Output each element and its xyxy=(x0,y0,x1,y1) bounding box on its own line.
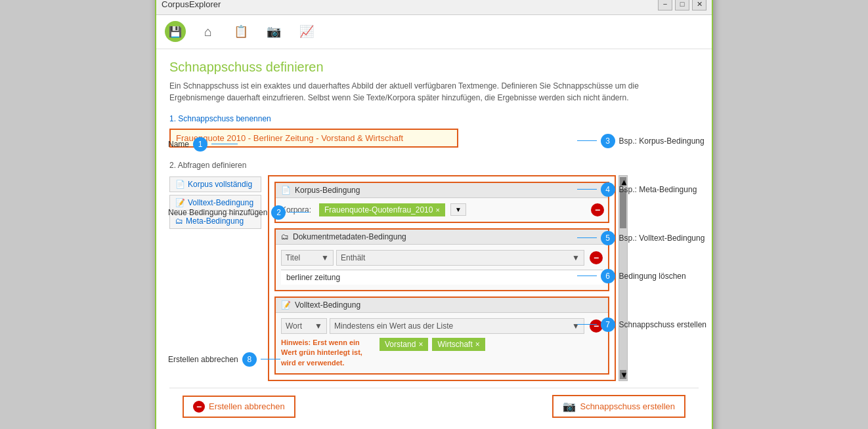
volltext-op-value: Mindestens ein Wert aus der Liste xyxy=(334,321,453,331)
meta-block-title: Dokumentmetadaten-Bedingung xyxy=(293,232,406,241)
volltext-tags-area: Vorstand × Wirtschaft × xyxy=(380,338,485,351)
volltext-tags-row: Hinweis: Erst wenn ein Wert grün hinterl… xyxy=(281,338,603,368)
cancel-label: Erstellen abbrechen xyxy=(209,401,285,411)
close-button[interactable]: ✕ xyxy=(692,0,706,10)
meta-value-field[interactable]: berliner zeitung xyxy=(281,270,603,285)
korpus-tag[interactable]: Frauenquote-Quotenfrau_2010 × xyxy=(319,203,445,216)
left-ann-cancel-label: Erstellen abbrechen xyxy=(168,355,238,364)
right-annotations: 3 Bsp.: Korpus-Bedingung 4 Bsp.: Meta-Be… xyxy=(577,134,706,332)
home-icon: ⌂ xyxy=(204,24,212,39)
right-ann-5-line xyxy=(577,237,597,238)
left-ann-cancel: Erstellen abbrechen 8 xyxy=(168,352,309,367)
right-ann-7-label: Schnappschuss erstellen xyxy=(619,320,706,329)
right-ann-5-label: Bsp.: Volltext-Bedingung xyxy=(619,234,705,243)
volltext-tag-0[interactable]: Vorstand × xyxy=(380,338,428,351)
left-ann-new-cond-badge: 2 xyxy=(271,205,286,220)
left-ann-new-cond-label: Neue Bedingung hinzufügen xyxy=(168,208,267,217)
volltext-tag-1-label: Wirtschaft xyxy=(437,340,472,349)
volltext-tag-0-label: Vorstand xyxy=(385,340,416,349)
left-ann-name-label: Name xyxy=(168,140,189,149)
right-ann-6-badge: 6 xyxy=(601,269,615,283)
right-ann-3-badge: 3 xyxy=(601,134,615,148)
step1-header: 1. Schnappschuss benennen xyxy=(169,113,699,125)
maximize-button[interactable]: □ xyxy=(675,0,689,10)
left-ann-new-cond-line xyxy=(290,212,309,213)
page-title: Schnappschuss definieren xyxy=(169,60,699,75)
korpus-tag-remove[interactable]: × xyxy=(435,206,439,214)
volltext-tag-1[interactable]: Wirtschaft × xyxy=(432,338,485,351)
left-ann-cancel-line xyxy=(261,359,280,359)
volltext-tag-0-x[interactable]: × xyxy=(418,340,423,349)
meta-field-arrow: ▼ xyxy=(321,253,329,262)
korpus-block-body: Korpora: Frauenquote-Quotenfrau_2010 × ▼… xyxy=(276,198,608,222)
korpus-condition-block: 📄 Korpus-Bedingung Korpora: Frauenquote-… xyxy=(274,182,609,223)
left-ann-name: Name 1 xyxy=(168,137,309,152)
meta-fields-row: Titel ▼ Enthält ▼ − xyxy=(281,250,603,266)
page-description: Ein Schnappschuss ist ein exaktes und da… xyxy=(169,80,699,104)
meta-block-body: Titel ▼ Enthält ▼ − berliner zeitung xyxy=(276,245,608,290)
document-icon: 📋 xyxy=(234,24,248,39)
left-ann-name-badge: 1 xyxy=(193,137,207,152)
right-ann-4-badge: 4 xyxy=(601,182,615,197)
scrollbar-down[interactable]: ▼ xyxy=(620,370,626,379)
toolbar: 💾 ⌂ 📋 📷 📈 xyxy=(156,15,712,49)
right-ann-4-label: Bsp.: Meta-Bedingung xyxy=(619,185,697,194)
chart-toolbar-button[interactable]: 📈 xyxy=(295,20,318,43)
create-camera-icon: 📷 xyxy=(563,400,576,413)
right-ann-3-label: Bsp.: Korpus-Bedingung xyxy=(619,136,705,146)
chart-icon: 📈 xyxy=(299,24,314,39)
right-ann-6: 6 Bedingung löschen xyxy=(577,269,706,283)
home-toolbar-button[interactable]: ⌂ xyxy=(197,20,219,43)
right-ann-3: 3 Bsp.: Korpus-Bedingung xyxy=(577,134,706,148)
right-ann-7-badge: 7 xyxy=(601,317,615,332)
left-ann-name-line xyxy=(211,144,238,144)
right-ann-5: 5 Bsp.: Volltext-Bedingung xyxy=(577,231,706,245)
camera-toolbar-button[interactable]: 📷 xyxy=(263,20,285,43)
conditions-panel: 📄 Korpus-Bedingung Korpora: Frauenquote-… xyxy=(268,175,616,381)
camera-icon: 📷 xyxy=(267,24,281,39)
window-controls: − □ ✕ xyxy=(658,0,706,10)
korpus-tag-label: Frauenquote-Quotenfrau_2010 xyxy=(324,205,433,214)
right-ann-7: 7 Schnappschuss erstellen xyxy=(577,317,706,332)
left-ann-cancel-badge: 8 xyxy=(242,352,257,367)
disk-icon: 💾 xyxy=(165,21,186,42)
save-toolbar-button[interactable]: 💾 xyxy=(164,20,186,43)
korpus-dropdown[interactable]: ▼ xyxy=(450,203,466,216)
right-ann-5-badge: 5 xyxy=(601,231,615,245)
korpus-block-header: 📄 Korpus-Bedingung xyxy=(276,183,608,198)
right-ann-4: 4 Bsp.: Meta-Bedingung xyxy=(577,182,706,197)
right-ann-3-line xyxy=(577,140,597,141)
meta-condition-block: 🗂 Dokumentmetadaten-Bedingung Titel ▼ E xyxy=(274,228,609,291)
document-toolbar-button[interactable]: 📋 xyxy=(230,20,252,43)
right-ann-7-line xyxy=(577,324,597,325)
meta-operator-dropdown[interactable]: Enthält ▼ xyxy=(336,250,584,266)
right-ann-6-line xyxy=(577,276,597,276)
right-ann-6-label: Bedingung löschen xyxy=(619,272,686,281)
volltext-tag-1-x[interactable]: × xyxy=(475,340,480,349)
window-title: CorpusExplorer xyxy=(162,0,221,9)
left-annotations: Name 1 Neue Bedingung hinzufügen 2 Erste… xyxy=(168,137,309,367)
volltext-field-arrow: ▼ xyxy=(315,321,322,331)
cancel-icon: − xyxy=(193,401,205,413)
left-ann-new-cond: Neue Bedingung hinzufügen 2 xyxy=(168,205,309,220)
meta-block-header: 🗂 Dokumentmetadaten-Bedingung xyxy=(276,230,608,245)
page-desc-line2: Ergebnismenge dauerhaft einzufrieren. Se… xyxy=(169,93,629,102)
volltext-operator-dropdown[interactable]: Mindestens ein Wert aus der Liste ▼ xyxy=(330,318,584,334)
minimize-button[interactable]: − xyxy=(658,0,672,10)
volltext-fields-row: Wort ▼ Mindestens ein Wert aus der Liste… xyxy=(281,318,603,334)
titlebar: CorpusExplorer − □ ✕ xyxy=(156,0,712,15)
meta-op-value: Enthält xyxy=(341,253,365,262)
right-ann-4-line xyxy=(577,189,597,190)
bottom-bar: − Erstellen abbrechen 📷 Schnappschuss er… xyxy=(169,388,699,424)
create-label: Schnappschuss erstellen xyxy=(580,401,675,411)
create-button[interactable]: 📷 Schnappschuss erstellen xyxy=(552,395,685,418)
page-desc-line1: Ein Schnappschuss ist ein exaktes und da… xyxy=(169,81,639,91)
volltext-block-body: Wort ▼ Mindestens ein Wert aus der Liste… xyxy=(276,313,608,373)
cancel-button[interactable]: − Erstellen abbrechen xyxy=(183,396,295,418)
volltext-condition-block: 📝 Volltext-Bedingung Wort ▼ Mindestens xyxy=(274,296,609,375)
volltext-block-header: 📝 Volltext-Bedingung xyxy=(276,298,608,313)
